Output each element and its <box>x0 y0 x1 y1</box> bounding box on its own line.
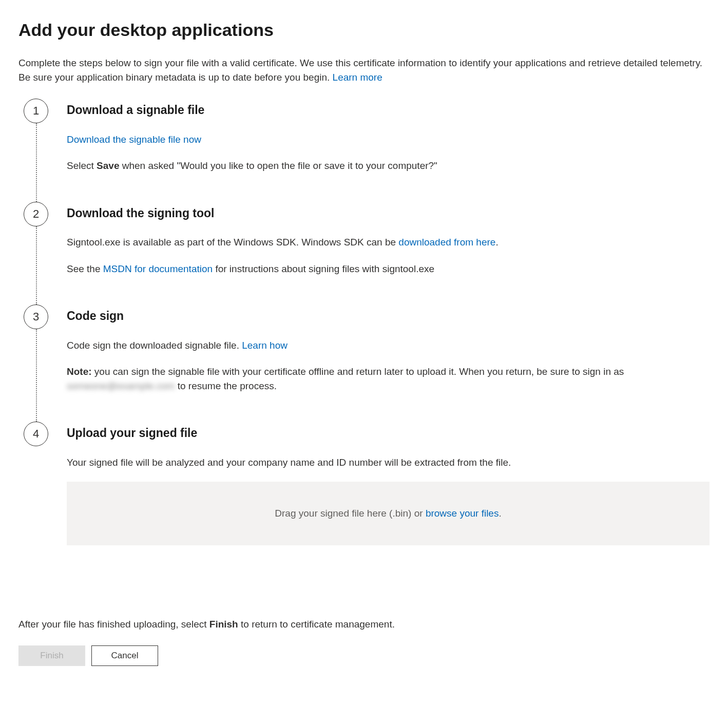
step-3-note-label: Note: <box>67 366 92 377</box>
step-2-p2-after: for instructions about signing files wit… <box>213 263 434 274</box>
step-2-p2: See the MSDN for documentation for instr… <box>67 262 710 276</box>
step-2-p1: Signtool.exe is available as part of the… <box>67 235 710 250</box>
learn-more-link[interactable]: Learn more <box>333 72 382 83</box>
step-1-save-instruction: Select Save when asked "Would you like t… <box>67 159 710 173</box>
finish-button: Finish <box>18 645 85 666</box>
dropzone-text-before: Drag your signed file here (.bin) or <box>275 508 426 519</box>
download-signable-file-link[interactable]: Download the signable file now <box>67 134 201 145</box>
step-2: 2 Download the signing tool Signtool.exe… <box>18 202 710 305</box>
step-indicator-1: 1 <box>24 99 48 123</box>
after-strong: Finish <box>209 619 238 630</box>
step-4-p1: Your signed file will be analyzed and yo… <box>67 455 710 470</box>
step-3-p1: Code sign the downloaded signable file. … <box>67 338 710 353</box>
download-sdk-link[interactable]: downloaded from here <box>398 237 495 248</box>
step-connector <box>36 226 37 305</box>
step-indicator-2: 2 <box>24 202 48 226</box>
cancel-button[interactable]: Cancel <box>91 645 158 666</box>
redacted-email: someone@example.com <box>67 379 175 393</box>
file-dropzone[interactable]: Drag your signed file here (.bin) or bro… <box>67 482 710 545</box>
learn-how-link[interactable]: Learn how <box>242 340 288 351</box>
step-1-save-before: Select <box>67 160 97 171</box>
step-indicator-4: 4 <box>24 422 48 446</box>
step-1-title: Download a signable file <box>67 102 710 119</box>
step-indicator-3: 3 <box>24 305 48 329</box>
intro-text: Complete the steps below to sign your fi… <box>18 56 710 84</box>
step-2-title: Download the signing tool <box>67 205 710 222</box>
step-connector <box>36 329 37 422</box>
step-3: 3 Code sign Code sign the downloaded sig… <box>18 305 710 422</box>
step-connector <box>36 123 37 201</box>
step-2-p2-before: See the <box>67 263 103 274</box>
step-3-note: Note: you can sign the signable file wit… <box>67 365 710 393</box>
step-4: 4 Upload your signed file Your signed fi… <box>18 422 710 545</box>
after-upload-text: After your file has finished uploading, … <box>18 617 710 632</box>
step-3-note-after: to resume the process. <box>175 380 277 391</box>
step-1-save-after: when asked "Would you like to open the f… <box>119 160 437 171</box>
step-1-save-strong: Save <box>97 160 119 171</box>
after-before: After your file has finished uploading, … <box>18 619 209 630</box>
msdn-documentation-link[interactable]: MSDN for documentation <box>103 263 213 274</box>
step-3-title: Code sign <box>67 308 710 325</box>
step-3-note-before: you can sign the signable file with your… <box>92 366 624 377</box>
button-row: Finish Cancel <box>18 645 710 666</box>
step-2-p1-after: . <box>495 237 498 248</box>
step-3-p1-before: Code sign the downloaded signable file. <box>67 340 242 351</box>
step-4-title: Upload your signed file <box>67 425 710 442</box>
after-after: to return to certificate management. <box>238 619 395 630</box>
steps-container: 1 Download a signable file Download the … <box>18 99 710 545</box>
step-1: 1 Download a signable file Download the … <box>18 99 710 201</box>
browse-files-link[interactable]: browse your files <box>426 508 499 519</box>
page-title: Add your desktop applications <box>18 17 710 43</box>
step-2-p1-before: Signtool.exe is available as part of the… <box>67 237 398 248</box>
dropzone-text-after: . <box>499 508 501 519</box>
